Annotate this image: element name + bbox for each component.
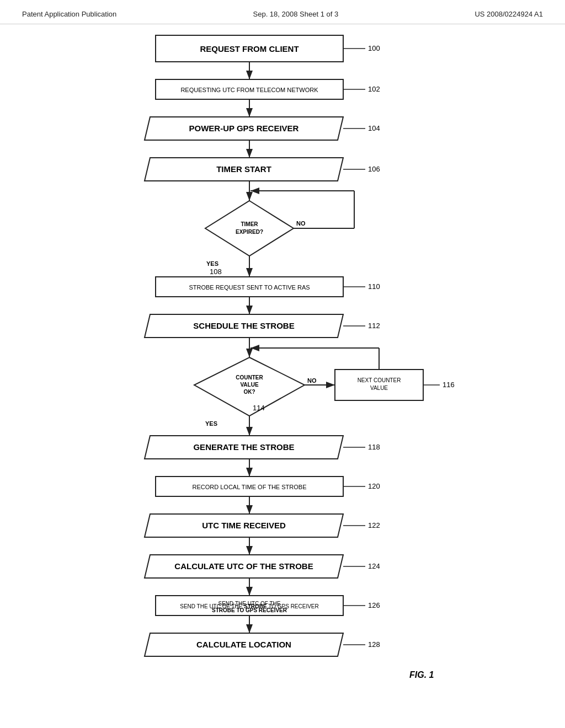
header-right: US 2008/0224924 A1: [475, 10, 543, 18]
node-116-line1: NEXT COUNTER: [358, 377, 401, 383]
diamond-108: [205, 201, 294, 256]
ref-114-text: 114: [253, 404, 265, 412]
page-header: Patent Application Publication Sep. 18, …: [0, 0, 565, 24]
flowchart-svg: REQUEST FROM CLIENT 100 REQUESTING UTC F…: [89, 24, 476, 692]
node-128-label: CALCULATE LOCATION: [196, 640, 291, 649]
diamond-114-line1: COUNTER: [236, 374, 263, 381]
node-126-text-combined: SEND THE UTC OF THE STROBE TO GPS RECEIV…: [180, 603, 319, 609]
ref-106-text: 106: [368, 165, 380, 173]
ref-116-text: 116: [443, 381, 455, 389]
ref-118-text: 118: [368, 443, 380, 451]
header-center: Sep. 18, 2008 Sheet 1 of 3: [253, 10, 339, 18]
diamond-114-line3: OK?: [243, 389, 255, 395]
diamond-108-no-label: NO: [296, 220, 306, 227]
diamond-108-line1: TIMER: [241, 221, 258, 227]
node-124-label: CALCULATE UTC OF THE STROBE: [174, 561, 313, 571]
diamond-114-line2: VALUE: [240, 382, 258, 388]
node-120-label: RECORD LOCAL TIME OF THE STROBE: [193, 484, 307, 490]
flowchart-container: REQUEST FROM CLIENT 100 REQUESTING UTC F…: [89, 24, 476, 694]
diamond-108-line2: EXPIRED?: [236, 229, 263, 235]
ref-112-text: 112: [368, 322, 380, 330]
diamond-114-yes-label: YES: [205, 420, 217, 427]
ref-120-text: 120: [368, 482, 380, 490]
header-left: Patent Application Publication: [22, 10, 116, 18]
node-100-label: REQUEST FROM CLIENT: [200, 44, 299, 53]
diamond-114-no-label: NO: [307, 377, 317, 384]
ref-104-text: 104: [368, 124, 380, 132]
ref-100-text: 100: [368, 44, 380, 52]
node-102-label: REQUESTING UTC FROM TELECOM NETWORK: [180, 87, 318, 93]
figure-label: FIG. 1: [409, 670, 434, 679]
node-106-label: TIMER START: [216, 164, 271, 174]
diamond-108-yes-label: YES: [206, 260, 218, 267]
node-122-label: UTC TIME RECEIVED: [202, 521, 286, 530]
node-112-label: SCHEDULE THE STROBE: [193, 321, 294, 330]
ref-122-text: 122: [368, 521, 380, 529]
node-118-label: GENERATE THE STROBE: [193, 442, 294, 452]
ref-110-text: 110: [368, 282, 380, 291]
node-110-label: STROBE REQUEST SENT TO ACTIVE RAS: [189, 284, 310, 291]
ref-128-text: 128: [368, 640, 380, 649]
ref-108-text: 108: [210, 267, 222, 276]
ref-124-text: 124: [368, 562, 380, 570]
ref-126-text: 126: [368, 601, 380, 609]
node-116-line2: VALUE: [370, 385, 388, 391]
node-104-label: POWER-UP GPS RECEIVER: [189, 124, 299, 133]
ref-102-text: 102: [368, 85, 380, 93]
